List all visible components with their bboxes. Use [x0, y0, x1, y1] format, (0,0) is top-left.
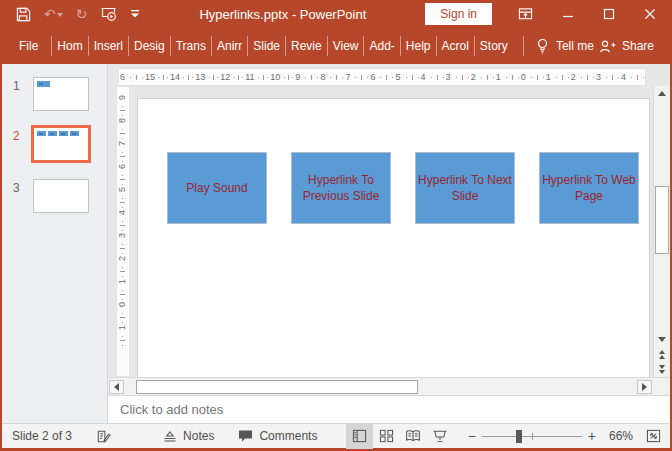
- editing-column: 615141312111098765432101234 98765432101 …: [108, 64, 670, 423]
- editor-body: 98765432101 Play SoundHyperlink To Previ…: [108, 86, 670, 377]
- reading-view-button[interactable]: [400, 424, 427, 449]
- zoom-out-icon[interactable]: −: [462, 428, 482, 444]
- status-left: Slide 2 of 3 Notes: [2, 424, 329, 449]
- ruler-segment: 11: [244, 72, 269, 82]
- scroll-up-icon[interactable]: [654, 86, 670, 101]
- slide-indicator[interactable]: Slide 2 of 3: [2, 424, 84, 449]
- maximize-icon[interactable]: [603, 8, 615, 20]
- ruler-label: 3: [446, 72, 451, 82]
- ruler-segment: 0: [120, 300, 125, 323]
- share-label: Share: [622, 39, 654, 53]
- ruler-segment: 1: [545, 72, 570, 82]
- minimize-icon[interactable]: [562, 8, 574, 20]
- vertical-scroll-track[interactable]: [654, 101, 670, 332]
- ruler-label: 2: [118, 256, 127, 261]
- save-icon[interactable]: [16, 7, 31, 22]
- slide-shape-hyperlink-to-web-page[interactable]: Hyperlink To Web Page: [539, 152, 639, 224]
- fit-to-window-button[interactable]: [640, 424, 666, 449]
- ruler-label: 7: [118, 141, 127, 146]
- tab-view[interactable]: View: [327, 36, 364, 56]
- ruler-segment: 1: [495, 72, 520, 82]
- tab-trans[interactable]: Trans: [170, 36, 211, 56]
- tell-me-label: Tell me: [556, 39, 594, 53]
- share-button[interactable]: Share: [599, 39, 654, 54]
- ruler-label: 13: [195, 72, 205, 82]
- slideshow-view-button[interactable]: [427, 424, 454, 449]
- ruler-segment: 13: [194, 72, 219, 82]
- thumbnail-shape: [70, 131, 79, 136]
- normal-view-button[interactable]: [346, 424, 373, 449]
- slide-sorter-button[interactable]: [373, 424, 400, 449]
- ruler-label: 4: [421, 72, 426, 82]
- zoom-slider[interactable]: [482, 424, 582, 449]
- slide-thumbnail-3[interactable]: 3: [2, 179, 107, 213]
- tab-slide[interactable]: Slide: [247, 36, 285, 56]
- redo-icon[interactable]: ↻: [76, 7, 88, 21]
- tell-me-button[interactable]: Tell me: [523, 36, 594, 56]
- ruler-label: 1: [546, 72, 551, 82]
- ruler-segment: 3: [595, 72, 620, 82]
- ribbon-display-icon[interactable]: [518, 7, 533, 21]
- horizontal-scroll-thumb[interactable]: [136, 380, 418, 394]
- shape-label: Hyperlink To Previous Slide: [294, 172, 388, 204]
- tab-file[interactable]: File: [6, 36, 51, 56]
- slide-shape-hyperlink-to-next-slide[interactable]: Hyperlink To Next Slide: [415, 152, 515, 224]
- zoom-slider-handle[interactable]: [516, 430, 522, 443]
- ruler-segment: 7: [344, 72, 369, 82]
- zoom-level[interactable]: 66%: [602, 429, 640, 443]
- ruler-label: 8: [118, 118, 127, 123]
- ruler-label: 5: [118, 187, 127, 192]
- tab-add[interactable]: Add-: [363, 36, 399, 56]
- slide-thumbnail-image[interactable]: [33, 179, 89, 213]
- scroll-right-icon[interactable]: [637, 380, 652, 394]
- tab-anirr[interactable]: Anirr: [211, 36, 247, 56]
- close-icon[interactable]: [644, 8, 656, 20]
- ruler-label: 1: [118, 325, 127, 330]
- horizontal-ruler-row: 615141312111098765432101234: [108, 64, 670, 86]
- thumbnail-shape: [59, 131, 68, 136]
- slide-thumbnail-image[interactable]: [31, 125, 91, 163]
- thumbnail-shape: [37, 131, 46, 136]
- ruler-segment: 2: [470, 72, 495, 82]
- customize-qat-icon[interactable]: [130, 9, 140, 19]
- share-person-icon: [599, 39, 616, 54]
- tab-story[interactable]: Story: [474, 36, 513, 56]
- sign-in-button[interactable]: Sign in: [425, 3, 492, 25]
- quick-access-toolbar: ↶ ↻: [16, 6, 140, 22]
- tab-inserl[interactable]: Inserl: [88, 36, 128, 56]
- tab-desig[interactable]: Desig: [128, 36, 170, 56]
- slide-thumbnail-image[interactable]: [33, 77, 89, 111]
- scroll-left-icon[interactable]: [109, 380, 124, 394]
- proofing-button[interactable]: [84, 424, 123, 449]
- main-area: 123 615141312111098765432101234 98765432…: [2, 64, 670, 423]
- notes-pane[interactable]: Click to add notes: [108, 395, 670, 423]
- previous-slide-icon[interactable]: [654, 347, 670, 362]
- tab-revie[interactable]: Revie: [285, 36, 327, 56]
- ribbon-tab-list: FileHomInserlDesigTransAnirrSlideRevieVi…: [6, 28, 513, 64]
- tab-help[interactable]: Help: [400, 36, 436, 56]
- slide-canvas[interactable]: Play SoundHyperlink To Previous SlideHyp…: [137, 98, 650, 377]
- vertical-scroll-thumb[interactable]: [655, 186, 669, 254]
- ruler-label: 11: [245, 72, 254, 82]
- slide-number: 3: [2, 181, 24, 195]
- shape-label: Hyperlink To Next Slide: [418, 172, 512, 204]
- next-slide-icon[interactable]: [654, 362, 670, 377]
- comments-toggle[interactable]: Comments: [226, 424, 329, 449]
- tab-hom[interactable]: Hom: [51, 36, 87, 56]
- undo-icon[interactable]: ↶: [44, 7, 63, 21]
- slide-shape-play-sound[interactable]: Play Sound: [167, 152, 267, 224]
- notes-toggle[interactable]: Notes: [151, 424, 226, 449]
- slide-thumbnail-1[interactable]: 1: [2, 77, 107, 111]
- ruler-label: 2: [571, 72, 576, 82]
- scroll-down-icon[interactable]: [654, 332, 670, 347]
- ruler-label: 9: [118, 95, 127, 100]
- ruler-label: 0: [521, 72, 526, 82]
- slide-thumbnail-2[interactable]: 2: [2, 127, 107, 163]
- zoom-in-icon[interactable]: +: [582, 428, 602, 444]
- window-title: Hyperlinks.pptx - PowerPoint: [140, 7, 425, 22]
- ruler-segment: 7: [120, 139, 125, 162]
- start-slideshow-icon[interactable]: [100, 6, 117, 22]
- tab-acrol[interactable]: Acrol: [436, 36, 474, 56]
- shape-label: Play Sound: [186, 180, 247, 196]
- slide-shape-hyperlink-to-previous-slide[interactable]: Hyperlink To Previous Slide: [291, 152, 391, 224]
